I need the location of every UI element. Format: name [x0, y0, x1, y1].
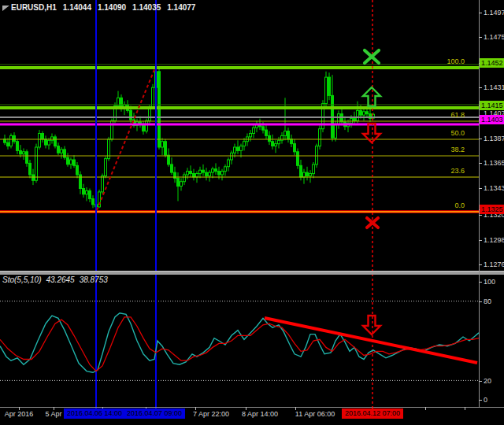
time-axis-box-red: 2016.04.12 07:00	[342, 408, 403, 419]
candle-body	[319, 129, 321, 146]
candle-body	[168, 155, 170, 164]
candle-body	[366, 112, 369, 114]
price-axis-label: 1.1475	[484, 33, 504, 42]
time-axis-box-blue: 2016.04.06 14:00	[64, 408, 125, 419]
candle-body	[328, 77, 331, 95]
candle-body	[86, 190, 88, 194]
candle-body	[202, 170, 205, 172]
marker-arrow-down-indicator[interactable]	[363, 316, 380, 334]
stochastic-signal-line	[0, 317, 479, 371]
candle-body	[73, 160, 76, 165]
candle-body	[284, 131, 287, 136]
candle-body	[354, 119, 356, 121]
indicator-signal-value: 38.8753	[80, 275, 108, 284]
price-axis-label: 1.1365	[484, 159, 504, 168]
price-axis-label: 1.1343	[484, 184, 504, 193]
candle-body	[306, 172, 309, 176]
candle-body	[92, 199, 94, 205]
candle-body	[17, 142, 19, 151]
trendline-indicator-down[interactable]	[265, 318, 477, 363]
candle-body	[7, 142, 9, 146]
candle-body	[316, 146, 318, 164]
indicator-label: Sto(5,5,10) 43.2645 38.8753	[2, 275, 108, 284]
candlesticks	[4, 67, 375, 210]
mt4-chart-window[interactable]: 1.14071.14971.14751.14311.13871.13651.13…	[0, 0, 504, 425]
candle-body	[193, 174, 195, 177]
candle-body	[224, 167, 227, 172]
candle-body	[130, 110, 132, 120]
candle-body	[48, 140, 50, 145]
candle-body	[265, 130, 268, 135]
candle-body	[278, 140, 280, 143]
price-axis-box-green: 1.1415	[480, 101, 504, 110]
candle-body	[243, 142, 246, 146]
ohlc-close: 1.14077	[167, 3, 195, 12]
candle-body	[300, 165, 302, 177]
candle-body	[357, 110, 359, 120]
fib-label-38.2: 38.2	[386, 146, 465, 154]
candle-body	[32, 175, 35, 180]
stochastic-main-line	[0, 313, 479, 373]
candle-body	[262, 127, 265, 130]
candle-body	[152, 87, 154, 107]
candle-body	[360, 110, 362, 115]
candle-body	[57, 146, 60, 153]
candle-body	[105, 159, 107, 176]
candle-body	[171, 164, 173, 172]
candle-body	[64, 150, 66, 157]
candle-body	[250, 134, 252, 137]
candle-body	[161, 142, 164, 147]
price-axis-box-magenta: 1.1403	[480, 115, 504, 124]
candle-body	[180, 182, 183, 187]
candle-body	[218, 172, 220, 175]
fib-label-100.0: 100.0	[386, 57, 465, 66]
marker-arrow-up-green[interactable]	[363, 87, 380, 106]
candle-body	[287, 131, 290, 139]
symbol-period-label: EURUSD,H1	[11, 3, 57, 12]
ohlc-open: 1.14044	[63, 3, 91, 12]
candle-body	[275, 144, 277, 146]
indicator-axis-label: 0	[484, 396, 487, 405]
time-axis-box-blue: 2016.04.07 09:00	[124, 408, 185, 419]
candle-body	[76, 165, 79, 175]
marker-cross-green[interactable]	[365, 50, 379, 63]
candle-body	[54, 137, 57, 146]
candle-body	[363, 112, 365, 115]
candle-body	[335, 124, 337, 139]
candle-body	[190, 172, 192, 174]
candle-body	[102, 176, 104, 192]
fib-label-61.8: 61.8	[386, 111, 465, 120]
candle-body	[35, 147, 38, 180]
candle-body	[240, 146, 243, 151]
chart-title: EURUSD,H1 1.14044 1.14090 1.14035 1.1407…	[11, 3, 195, 12]
candle-body	[61, 150, 63, 153]
price-axis-label: 1.1497	[484, 9, 504, 17]
candle-body	[272, 142, 274, 146]
candle-body	[206, 172, 208, 176]
candle-body	[23, 152, 25, 154]
time-axis-label: 11 Apr 06:00	[280, 410, 350, 419]
candle-body	[199, 170, 202, 173]
candle-body	[234, 147, 236, 153]
candle-body	[83, 189, 85, 194]
chart-shift-icon[interactable]	[2, 6, 9, 11]
candle-body	[26, 152, 28, 164]
candle-body	[325, 77, 328, 104]
candle-body	[10, 135, 13, 146]
candle-body	[221, 172, 224, 175]
candle-body	[70, 160, 72, 164]
candle-body	[237, 147, 239, 150]
price-axis-label: 1.1431	[484, 83, 504, 92]
candle-body	[228, 160, 230, 167]
candle-body	[231, 153, 233, 160]
indicator-axis-label: 80	[484, 298, 491, 306]
candle-body	[146, 121, 148, 131]
candle-body	[309, 174, 312, 176]
candle-body	[303, 172, 306, 177]
indicator-name: Sto(5,5,10)	[2, 275, 41, 284]
candle-body	[294, 144, 296, 152]
candle-body	[39, 134, 41, 148]
candle-body	[51, 137, 54, 140]
candle-body	[13, 135, 16, 141]
candle-body	[45, 139, 47, 145]
